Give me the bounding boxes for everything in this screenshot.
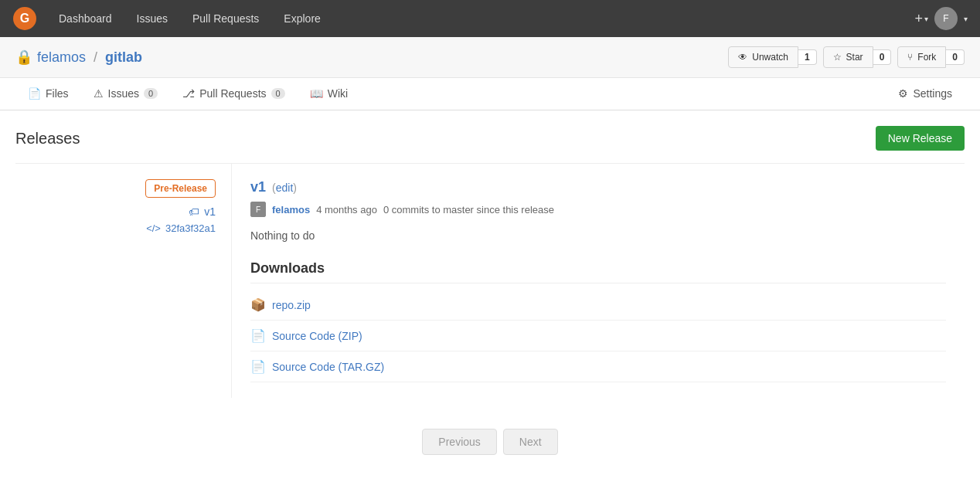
repo-owner[interactable]: felamos <box>37 49 86 66</box>
fork-button[interactable]: ⑂ Fork <box>897 46 946 68</box>
fork-icon: ⑂ <box>907 52 913 63</box>
settings-icon: ⚙ <box>898 87 908 100</box>
nav-pull-requests[interactable]: Pull Requests <box>183 0 268 37</box>
release-content: v1 (edit) F felamos 4 months ago 0 commi… <box>232 164 965 398</box>
unwatch-group: 👁 Unwatch 1 <box>728 46 816 68</box>
tab-pull-requests[interactable]: ⎇ Pull Requests 0 <box>170 78 298 110</box>
main-content: Releases New Release Pre-Release 🏷 v1 </… <box>0 110 980 486</box>
logo[interactable]: G <box>12 6 37 31</box>
plus-button[interactable]: + ▾ <box>914 11 928 27</box>
fork-count: 0 <box>946 49 965 65</box>
files-icon: 📄 <box>28 87 41 100</box>
issues-badge: 0 <box>144 88 158 99</box>
star-group: ☆ Star 0 <box>823 46 892 68</box>
previous-button[interactable]: Previous <box>422 429 496 455</box>
tab-wiki[interactable]: 📖 Wiki <box>298 78 360 110</box>
release-edit: (edit) <box>272 182 297 194</box>
avatar-dropdown-arrow[interactable]: ▾ <box>964 15 968 23</box>
watch-count: 1 <box>798 49 817 65</box>
issues-icon: ⚠ <box>94 87 104 100</box>
release-description: Nothing to do <box>250 229 946 242</box>
downloads-title: Downloads <box>250 260 946 283</box>
repo-header: 🔒 felamos / gitlab 👁 Unwatch 1 ☆ Star 0 … <box>0 37 980 78</box>
pull-requests-badge: 0 <box>271 88 285 99</box>
release-commit-link[interactable]: </> 32fa3f32a1 <box>31 222 216 234</box>
nav-dashboard[interactable]: Dashboard <box>49 0 121 37</box>
release-title-row: v1 (edit) <box>250 179 946 195</box>
top-nav: G Dashboard Issues Pull Requests Explore… <box>0 0 980 37</box>
meta-avatar: F <box>250 202 266 217</box>
svg-text:F: F <box>256 205 260 214</box>
code-icon: </> <box>146 222 161 234</box>
wiki-icon: 📖 <box>310 87 323 100</box>
nav-explore[interactable]: Explore <box>274 0 329 37</box>
download-repo-zip[interactable]: 📦 repo.zip <box>250 290 946 321</box>
meta-commits: 0 commits to master since this release <box>383 204 554 216</box>
tab-issues[interactable]: ⚠ Issues 0 <box>81 78 171 110</box>
top-nav-actions: + ▾ F ▾ <box>914 7 968 30</box>
eye-icon: 👁 <box>738 52 747 63</box>
svg-text:G: G <box>20 12 29 25</box>
pagination: Previous Next <box>15 413 965 470</box>
unwatch-button[interactable]: 👁 Unwatch <box>728 46 798 68</box>
source-targz-icon: 📄 <box>250 359 266 374</box>
repo-header-left: 🔒 felamos / gitlab <box>15 49 722 66</box>
pull-requests-icon: ⎇ <box>182 87 195 100</box>
repo-name[interactable]: gitlab <box>105 49 142 66</box>
edit-link[interactable]: edit <box>276 182 294 194</box>
new-release-button[interactable]: New Release <box>876 126 965 151</box>
release-sidebar: Pre-Release 🏷 v1 </> 32fa3f32a1 <box>15 164 232 398</box>
source-zip-icon: 📄 <box>250 328 266 343</box>
tab-settings[interactable]: ⚙ Settings <box>886 78 965 110</box>
tab-nav: 📄 Files ⚠ Issues 0 ⎇ Pull Requests 0 📖 W… <box>0 78 980 110</box>
avatar[interactable]: F <box>934 7 958 30</box>
release-tag-link[interactable]: 🏷 v1 <box>31 205 216 218</box>
pre-release-badge: Pre-Release <box>145 179 216 198</box>
star-count: 0 <box>873 49 892 65</box>
next-button[interactable]: Next <box>503 429 558 455</box>
star-icon: ☆ <box>833 52 842 63</box>
nav-issues[interactable]: Issues <box>128 0 177 37</box>
repo-actions: 👁 Unwatch 1 ☆ Star 0 ⑂ Fork 0 <box>722 46 965 68</box>
meta-time: 4 months ago <box>316 204 377 216</box>
download-source-targz[interactable]: 📄 Source Code (TAR.GZ) <box>250 351 946 382</box>
fork-group: ⑂ Fork 0 <box>897 46 965 68</box>
release-version-link[interactable]: v1 <box>250 179 266 195</box>
releases-header: Releases New Release <box>15 126 965 151</box>
plus-dropdown-arrow[interactable]: ▾ <box>924 15 928 23</box>
tab-files[interactable]: 📄 Files <box>15 78 81 110</box>
releases-body: Pre-Release 🏷 v1 </> 32fa3f32a1 v1 (edit… <box>15 163 965 398</box>
lock-icon: 🔒 <box>15 49 32 66</box>
star-button[interactable]: ☆ Star <box>823 46 873 68</box>
download-source-zip[interactable]: 📄 Source Code (ZIP) <box>250 321 946 351</box>
repo-sep: / <box>94 49 97 66</box>
release-meta: F felamos 4 months ago 0 commits to mast… <box>250 202 946 217</box>
meta-username[interactable]: felamos <box>272 204 310 216</box>
zip-icon: 📦 <box>250 297 266 312</box>
tag-icon: 🏷 <box>189 205 199 218</box>
releases-title: Releases <box>15 130 80 148</box>
